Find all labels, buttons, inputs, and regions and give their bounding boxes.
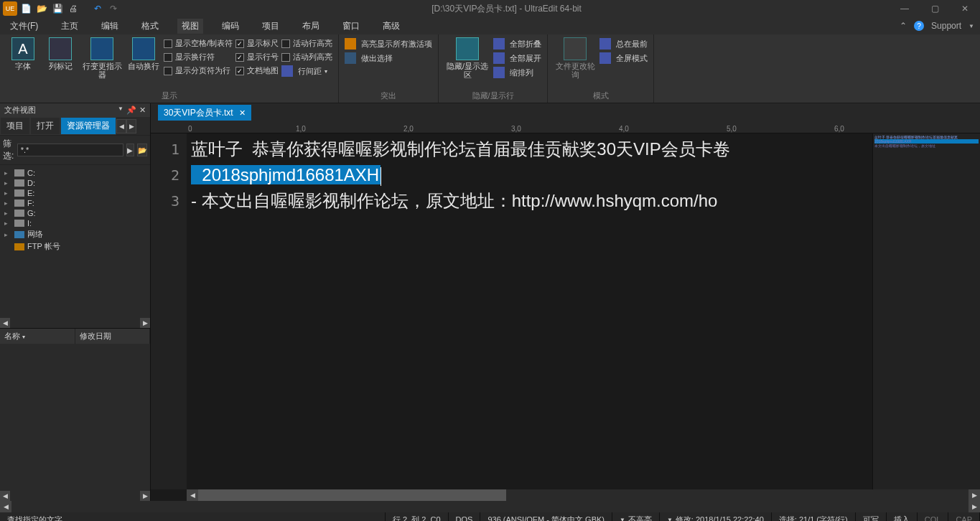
menu-view[interactable]: 视图 [177,19,203,34]
drive-icon [14,220,24,227]
panel-menu-icon[interactable]: ▼ [118,105,123,115]
menu-file[interactable]: 文件(F) [6,19,42,34]
status-eol[interactable]: DOS [449,512,481,521]
tree-drive-e[interactable]: ▸E: [4,188,146,198]
font-button[interactable]: A字体 [6,37,40,70]
undo-icon[interactable]: ↶ [90,1,105,16]
col-name[interactable]: 名称 ▾ [0,329,75,344]
line-indicator-button[interactable]: 行变更指示器 [80,37,123,79]
file-view-panel: 文件视图 ▼ 📌 ✕ 项目 打开 资源管理器 ◀ ▶ 筛选: ▶ 📂 [0,103,151,501]
list-header: 名称 ▾ 修改日期 [0,328,150,344]
chk-docmap[interactable]: 文档地图 [235,65,279,77]
document-tab-close-icon[interactable]: ✕ [239,108,246,118]
chk-show-pagebreak[interactable]: 显示分页符为行 [164,65,233,77]
help-icon[interactable]: ? [914,21,924,31]
menu-layout[interactable]: 布局 [298,19,324,34]
window-controls: — ▢ ✕ [890,0,980,17]
menu-format[interactable]: 格式 [137,19,163,34]
maximize-button[interactable]: ▢ [920,0,950,17]
ribbon: A字体 列标记 行变更指示器 自动换行 显示空格/制表符 显示换行符 显示分页符… [0,34,980,103]
minimap[interactable]: 蓝叶子 恭喜你获得喔喔影视制作论坛首届最佳贡献奖 2018sphjmd16681… [872,133,980,489]
chk-show-lineno[interactable]: 显示行号 [235,51,279,63]
redo-icon[interactable]: ↷ [106,1,121,16]
group-mode: 文件更改轮询 总在最前 全屏模式 模式 [548,34,654,103]
tree-drive-f[interactable]: ▸F: [4,198,146,208]
make-selection[interactable]: 做出选择 [345,52,432,65]
col-date[interactable]: 修改日期 [75,329,151,344]
editor-hscroll[interactable]: ◀▶ [187,489,980,501]
status-col-mode[interactable]: COL [918,512,949,521]
menu-window[interactable]: 窗口 [338,19,364,34]
open-file-icon[interactable]: 📂 [34,1,49,16]
panel-tab-explorer[interactable]: 资源管理器 [60,117,116,135]
chk-show-wrap[interactable]: 显示换行符 [164,51,233,63]
support-link[interactable]: Support [931,21,961,31]
always-on-top[interactable]: 总在最前 [599,37,648,50]
file-change-poll-button[interactable]: 文件更改轮询 [554,37,597,79]
drive-icon [14,200,24,207]
shrink-list[interactable]: 缩排列 [493,66,541,79]
drive-tree[interactable]: ▸C: ▸D: ▸E: ▸F: ▸G: ▸I: ▸网络 FTP 帐号 [0,165,150,318]
panel-tab-next[interactable]: ▶ [126,119,136,133]
quick-access-toolbar: UE 📄 📂 💾 🖨 ↶ ↷ [0,1,123,16]
minimize-button[interactable]: — [890,0,920,17]
fullscreen-mode[interactable]: 全屏模式 [599,52,648,65]
menu-encode[interactable]: 编码 [218,19,243,34]
menu-advanced[interactable]: 高级 [378,19,404,34]
tree-hscroll[interactable]: ◀▶ [0,318,150,328]
code-line-3: - 本文出自喔喔影视制作论坛，原文地址：http://www.hshyqm.co… [191,188,869,214]
fold-all[interactable]: 全部折叠 [493,37,541,50]
status-highlight[interactable]: ▼不高亮 [612,512,660,521]
ribbon-collapse-icon[interactable]: ⌃ [900,21,907,31]
filter-go-button[interactable]: ▶ [126,144,134,156]
highlight-icon [345,38,356,50]
document-tab[interactable]: 30天VIP会员卡.txt ✕ [158,105,251,121]
linespace-icon [281,65,293,77]
status-readwrite[interactable]: 可写 [856,512,887,521]
menu-home[interactable]: 主页 [57,19,83,34]
filter-input[interactable] [17,144,123,156]
hl-all-active[interactable]: 高亮显示所有激活项 [345,37,432,50]
support-dropdown-icon[interactable]: ▼ [969,23,974,29]
filter-label: 筛选: [3,138,14,162]
chk-show-ruler[interactable]: 显示标尺 [235,37,279,50]
file-list[interactable] [0,344,150,491]
unfold-all[interactable]: 全部展开 [493,52,541,65]
tree-drive-d[interactable]: ▸D: [4,178,146,188]
chk-hl-active-col[interactable]: 活动列高亮 [281,51,332,63]
tree-drive-g[interactable]: ▸G: [4,208,146,218]
filter-browse-button[interactable]: 📂 [137,144,147,156]
drive-icon [14,169,24,177]
list-hscroll[interactable]: ◀▶ [0,491,150,501]
panel-tab-open[interactable]: 打开 [30,117,60,135]
tree-drive-c[interactable]: ▸C: [4,168,146,178]
ruler: 0 1,0 2,0 3,0 4,0 5,0 6,0 [151,121,980,133]
panel-tab-prev[interactable]: ◀ [116,119,126,133]
tree-network[interactable]: ▸网络 [4,228,146,240]
menu-edit[interactable]: 编辑 [97,19,123,34]
app-hscroll[interactable]: ◀▶ [0,501,980,512]
status-encoding[interactable]: 936 (ANSI/OEM - 简体中文 GBK) [480,512,612,521]
save-icon[interactable]: 💾 [50,1,65,16]
panel-pin-icon[interactable]: 📌 [126,105,136,115]
panel-close-icon[interactable]: ✕ [139,105,146,115]
hide-show-selection-button[interactable]: 隐藏/显示选区 [444,37,490,79]
chk-show-spaces[interactable]: 显示空格/制表符 [164,37,233,50]
chk-hl-active-line[interactable]: 活动行高亮 [281,37,332,50]
network-icon [14,231,24,238]
group-label-highlight: 突出 [345,89,432,101]
linespace-button[interactable]: 行间距 ▾ [281,65,332,78]
tree-ftp[interactable]: FTP 帐号 [4,240,146,253]
autowrap-button[interactable]: 自动换行 [126,37,161,70]
code-area[interactable]: 蓝叶子 恭喜你获得喔喔影视制作论坛首届最佳贡献奖30天VIP会员卡卷 2018s… [187,133,872,489]
group-display: A字体 列标记 行变更指示器 自动换行 显示空格/制表符 显示换行符 显示分页符… [0,34,339,103]
panel-tab-project[interactable]: 项目 [0,117,30,135]
shrink-icon [493,67,505,78]
column-marker-button[interactable]: 列标记 [43,37,78,70]
status-insert[interactable]: 插入 [887,512,918,521]
close-button[interactable]: ✕ [950,0,980,17]
print-icon[interactable]: 🖨 [66,1,80,16]
new-file-icon[interactable]: 📄 [19,1,33,16]
menu-project[interactable]: 项目 [258,19,284,34]
tree-drive-i[interactable]: ▸I: [4,218,146,228]
